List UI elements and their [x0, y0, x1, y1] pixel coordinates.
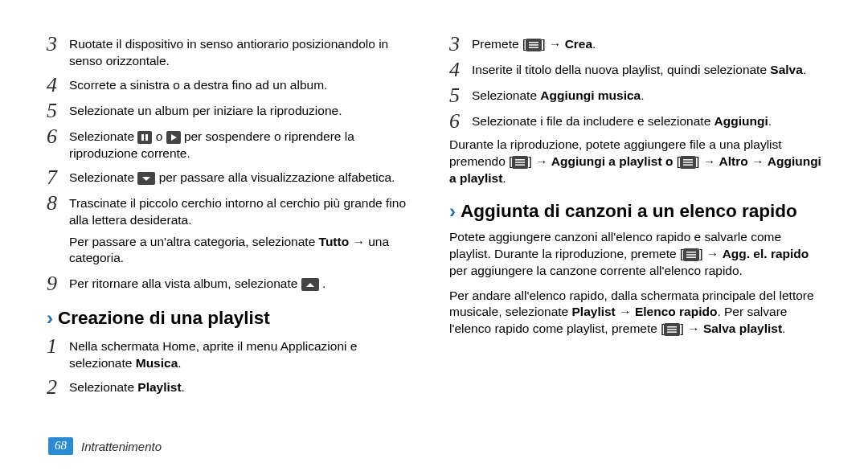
svg-rect-12 [683, 162, 693, 163]
text-part: . [322, 276, 326, 290]
step-1-playlist: 1 Nella schermata Home, aprite il menu A… [47, 336, 419, 372]
text-part: ] → [680, 322, 702, 335]
step-number: 1 [47, 336, 69, 357]
quicklist-para-2: Per andare all'elenco rapido, dalla sche… [449, 288, 821, 338]
svg-rect-17 [667, 326, 677, 328]
page-footer: 68 Intrattenimento [48, 437, 162, 455]
step-number: 4 [449, 59, 472, 80]
text-part: ] → [699, 247, 722, 260]
section-label: Intrattenimento [81, 440, 162, 453]
chevron-up-icon [301, 278, 319, 291]
step-3: 3 Ruotate il dispositivo in senso antior… [47, 34, 419, 70]
bold-text: Crea [565, 37, 592, 51]
step-number: 7 [47, 167, 69, 188]
text-part: . [768, 114, 772, 128]
step-number: 8 [47, 193, 69, 214]
step-number: 6 [47, 126, 69, 147]
step-2-playlist: 2 Selezionate Playlist. [47, 377, 419, 398]
heading-quicklist: › Aggiunta di canzoni a un elenco rapido [449, 200, 821, 223]
bold-text: Salva [770, 63, 803, 76]
bold-text: Elenco rapido [635, 305, 718, 318]
menu-icon [664, 323, 680, 336]
text-part: Per ritornare alla vista album, selezion… [69, 276, 301, 290]
text-part: Selezionate i file da includere e selezi… [472, 114, 714, 128]
text-part: per aggiungere la canzone corrente all'e… [449, 264, 743, 277]
step-text: Selezionate Playlist. [69, 377, 185, 396]
step-8-note: Per passare a un'altra categoria, selezi… [69, 234, 419, 268]
text-part: Inserite il titolo della nuova playlist,… [472, 63, 770, 76]
bold-text: Musica [136, 356, 178, 370]
step-number: 3 [449, 34, 472, 55]
svg-rect-13 [683, 164, 693, 166]
step-text: Scorrete a sinistra o a destra fino ad u… [69, 75, 327, 94]
step-4: 4 Scorrete a sinistra o a destra fino ad… [47, 75, 419, 96]
step-number: 6 [449, 111, 472, 132]
page-columns: 3 Ruotate il dispositivo in senso antior… [47, 34, 821, 420]
bold-text: Playlist [137, 380, 181, 394]
playback-note: Durante la riproduzione, potete aggiunge… [449, 137, 821, 187]
text-part: . [641, 88, 644, 102]
text-part: Nella schermata Home, aprite il menu App… [69, 339, 357, 370]
svg-rect-9 [515, 162, 525, 163]
text-part: → [748, 154, 768, 168]
right-column: 3 Premete [] → Crea. 4 Inserite il titol… [449, 34, 821, 420]
step-text: Selezionate Aggiungi musica. [472, 85, 645, 104]
svg-marker-4 [306, 283, 314, 287]
svg-rect-6 [529, 44, 538, 46]
svg-rect-7 [529, 47, 538, 48]
step-text: Premete [] → Crea. [472, 34, 596, 53]
heading-create-playlist: › Creazione di una playlist [47, 307, 419, 330]
svg-marker-2 [171, 134, 177, 141]
bold-text: Agg. el. rapido [723, 247, 809, 260]
menu-icon [680, 156, 696, 169]
bold-text: Aggiungi [714, 114, 768, 128]
text-part: ] → [696, 154, 719, 168]
step-6: 6 Selezionate o per sospendere o riprend… [47, 126, 419, 162]
svg-rect-19 [667, 332, 677, 334]
step-text: Selezionate i file da includere e selezi… [472, 111, 772, 130]
svg-rect-0 [141, 134, 144, 141]
text-part: Selezionate [472, 88, 540, 102]
svg-rect-11 [683, 159, 693, 161]
step-6-right: 6 Selezionate i file da includere e sele… [449, 111, 821, 132]
text-part: Premete [ [472, 37, 526, 51]
step-text: Ruotate il dispositivo in senso antiorar… [69, 34, 419, 70]
text-part: [ [673, 154, 680, 168]
step-number: 2 [47, 377, 69, 398]
step-number: 5 [449, 85, 472, 106]
text-part: Per passare a un'altra categoria, selezi… [69, 235, 319, 248]
text-part: Selezionate [69, 380, 137, 394]
svg-marker-3 [142, 177, 150, 181]
heading-text: Aggiunta di canzoni a un elenco rapido [461, 201, 797, 222]
svg-rect-5 [529, 42, 538, 43]
text-part: . [178, 356, 181, 370]
text-part: ] → [542, 37, 564, 51]
bold-text: Playlist [572, 305, 616, 318]
pause-icon [137, 131, 152, 144]
svg-rect-15 [686, 254, 696, 256]
text-part: . [782, 322, 785, 335]
step-text: Inserite il titolo della nuova playlist,… [472, 59, 806, 79]
text-part: . [803, 63, 806, 76]
svg-rect-1 [145, 134, 148, 141]
step-text: Nella schermata Home, aprite il menu App… [69, 336, 419, 372]
quicklist-para-1: Potete aggiungere canzoni all'elenco rap… [449, 229, 821, 280]
step-5-right: 5 Selezionate Aggiungi musica. [449, 85, 821, 106]
svg-rect-10 [515, 164, 525, 166]
left-column: 3 Ruotate il dispositivo in senso antior… [47, 34, 419, 420]
bold-text: Aggiungi musica [540, 88, 641, 102]
menu-icon [683, 248, 699, 261]
step-4-right: 4 Inserite il titolo della nuova playlis… [449, 59, 821, 80]
text-part: ] → [528, 154, 551, 168]
step-3-right: 3 Premete [] → Crea. [449, 34, 821, 55]
step-number: 4 [47, 75, 69, 96]
step-number: 5 [47, 100, 69, 121]
step-text: Selezionate un album per iniziare la rip… [69, 100, 342, 120]
play-icon [166, 131, 181, 144]
text-part: . [182, 380, 185, 394]
text-part: Selezionate [69, 170, 137, 184]
step-5: 5 Selezionate un album per iniziare la r… [47, 100, 419, 121]
step-8: 8 Trascinate il piccolo cerchio intorno … [47, 193, 419, 229]
menu-icon [512, 156, 528, 169]
step-number: 9 [47, 273, 69, 294]
